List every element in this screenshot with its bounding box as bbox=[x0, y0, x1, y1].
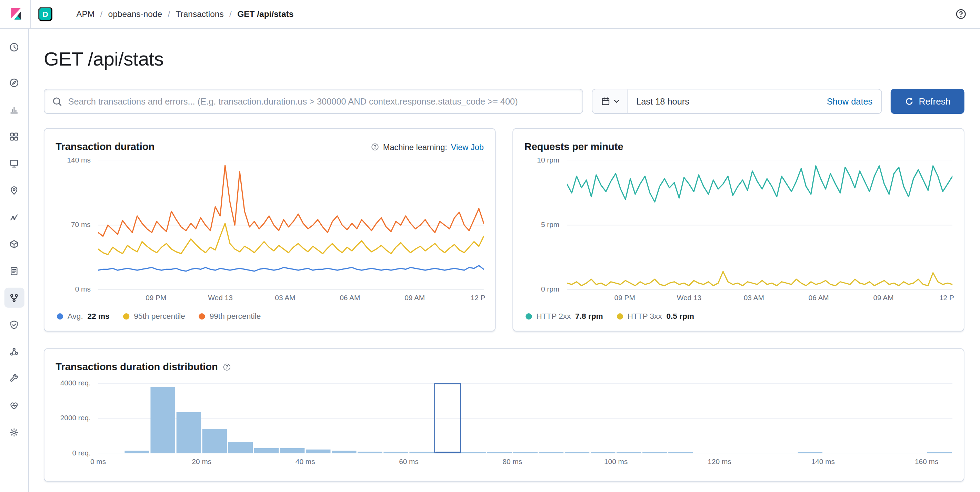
histogram-bar[interactable] bbox=[461, 452, 485, 453]
histogram-bar[interactable] bbox=[565, 452, 589, 453]
duration-distribution-chart[interactable]: 0 req.2000 req.4000 req.0 ms20 ms40 ms60… bbox=[56, 383, 952, 471]
x-axis-label: 09 PM bbox=[146, 294, 166, 301]
transaction-duration-plot[interactable] bbox=[98, 161, 484, 290]
histogram-bar[interactable] bbox=[254, 448, 278, 453]
legend-item-avg-[interactable]: Avg.22 ms bbox=[57, 312, 110, 320]
histogram-bar[interactable] bbox=[539, 452, 563, 453]
sidebar-item-dev-tools[interactable] bbox=[4, 368, 24, 389]
x-axis-label: 80 ms bbox=[503, 458, 522, 465]
x-axis-label: 40 ms bbox=[296, 458, 315, 465]
histogram-bar[interactable] bbox=[280, 448, 304, 453]
search-input[interactable] bbox=[68, 96, 575, 106]
histogram-bar[interactable] bbox=[513, 452, 538, 453]
histogram-bar[interactable] bbox=[150, 387, 175, 453]
legend-dot bbox=[123, 313, 130, 320]
histogram-bar[interactable] bbox=[409, 452, 434, 454]
time-range-value[interactable]: Last 18 hours bbox=[628, 96, 818, 106]
compass-icon bbox=[9, 77, 19, 88]
histogram-bar[interactable] bbox=[668, 452, 693, 453]
topbar-divider bbox=[30, 0, 31, 28]
legend-label: Avg. bbox=[68, 312, 83, 320]
series-line-http-2xx bbox=[567, 166, 952, 202]
x-axis-label: 06 AM bbox=[340, 294, 360, 301]
show-dates-button[interactable]: Show dates bbox=[818, 96, 881, 106]
canvas-icon bbox=[9, 158, 19, 169]
histogram-bar[interactable] bbox=[487, 452, 512, 453]
sidebar-item-canvas[interactable] bbox=[4, 153, 24, 173]
transactions-duration-distribution-plot[interactable] bbox=[98, 383, 953, 453]
legend-value: 7.8 rpm bbox=[575, 312, 603, 320]
question-circle-icon[interactable] bbox=[371, 142, 379, 151]
legend-label: HTTP 2xx bbox=[536, 312, 571, 320]
space-badge[interactable]: D bbox=[38, 7, 53, 21]
breadcrumb-transactions[interactable]: Transactions bbox=[162, 9, 224, 19]
date-picker: Last 18 hours Show dates bbox=[592, 89, 882, 114]
sidebar-item-machine-learning[interactable] bbox=[4, 207, 24, 227]
requests-per-minute-chart[interactable]: 0 rpm5 rpm10 rpm09 PMWed 1303 AM06 AM09 … bbox=[525, 161, 953, 306]
sidebar-item-maps[interactable] bbox=[4, 180, 24, 200]
sidebar-item-logs[interactable] bbox=[4, 261, 24, 281]
breadcrumb-service[interactable]: opbeans-node bbox=[94, 9, 162, 19]
refresh-icon bbox=[904, 97, 914, 106]
left-nav bbox=[0, 29, 29, 492]
histogram-bar[interactable] bbox=[927, 452, 952, 453]
y-axis-label: 140 ms bbox=[56, 156, 91, 164]
calendar-menu-button[interactable] bbox=[592, 89, 628, 113]
calendar-icon bbox=[600, 96, 610, 106]
sidebar-item-management[interactable] bbox=[4, 422, 24, 442]
breadcrumb-apm[interactable]: APM bbox=[76, 9, 94, 19]
refresh-label: Refresh bbox=[919, 96, 951, 106]
series-line-avg- bbox=[98, 266, 484, 271]
x-axis-label: 12 P bbox=[471, 294, 485, 301]
top-bar: D APM opbeans-node Transactions GET /api… bbox=[0, 0, 980, 29]
clock-icon bbox=[9, 42, 19, 53]
view-job-link[interactable]: View Job bbox=[451, 142, 484, 151]
legend-value: 22 ms bbox=[87, 312, 109, 320]
histogram-bar[interactable] bbox=[591, 452, 615, 453]
apm-icon bbox=[9, 292, 19, 303]
x-axis-label: 03 AM bbox=[275, 294, 295, 301]
sidebar-item-apm[interactable] bbox=[4, 288, 24, 308]
histogram-bar[interactable] bbox=[798, 452, 822, 453]
sidebar-item-graph[interactable] bbox=[4, 342, 24, 361]
histogram-bar[interactable] bbox=[383, 452, 408, 454]
sidebar-item-monitoring[interactable] bbox=[4, 395, 24, 416]
legend-label: 95th percentile bbox=[134, 312, 185, 320]
transaction-duration-chart[interactable]: 0 ms70 ms140 ms09 PMWed 1303 AM06 AM09 A… bbox=[56, 161, 484, 306]
panel-title: Requests per minute bbox=[525, 142, 624, 153]
histogram-bar[interactable] bbox=[332, 451, 356, 453]
x-axis-label: 160 ms bbox=[915, 458, 938, 465]
histogram-bar[interactable] bbox=[306, 449, 330, 453]
histogram-bar[interactable] bbox=[617, 452, 641, 453]
requests-per-minute-plot[interactable] bbox=[567, 161, 952, 290]
y-axis-label: 4000 req. bbox=[56, 379, 91, 387]
legend-item-http-3xx[interactable]: HTTP 3xx0.5 rpm bbox=[617, 312, 694, 320]
histogram-bar[interactable] bbox=[177, 412, 201, 453]
question-circle-icon[interactable] bbox=[222, 363, 231, 371]
legend-item-99th-percentile[interactable]: 99th percentile bbox=[199, 312, 261, 320]
sidebar-item-discover[interactable] bbox=[4, 72, 24, 92]
x-axis-label: 20 ms bbox=[192, 458, 212, 465]
sidebar-item-visualize[interactable] bbox=[4, 99, 24, 119]
bar-chart-icon bbox=[9, 104, 19, 115]
kibana-app: D APM opbeans-node Transactions GET /api… bbox=[0, 0, 980, 492]
x-axis-label: 100 ms bbox=[604, 458, 628, 465]
sidebar-item-infrastructure[interactable] bbox=[4, 234, 24, 254]
histogram-bar[interactable] bbox=[124, 451, 149, 453]
x-axis-label: 60 ms bbox=[399, 458, 418, 465]
sidebar-item-uptime[interactable] bbox=[4, 315, 24, 335]
histogram-bar[interactable] bbox=[202, 429, 227, 453]
histogram-bar[interactable] bbox=[643, 452, 667, 453]
histogram-bar[interactable] bbox=[228, 442, 253, 453]
legend-value: 0.5 rpm bbox=[666, 312, 694, 320]
sidebar-item-dashboard[interactable] bbox=[4, 126, 24, 146]
histogram-bar[interactable] bbox=[358, 452, 382, 453]
transaction-duration-panel: Transaction duration Machine learning: V… bbox=[44, 128, 496, 331]
help-button[interactable] bbox=[951, 5, 970, 24]
sidebar-item-recently-viewed[interactable] bbox=[4, 37, 24, 57]
kibana-logo-icon bbox=[8, 7, 23, 21]
legend-item-95th-percentile[interactable]: 95th percentile bbox=[123, 312, 185, 320]
legend-item-http-2xx[interactable]: HTTP 2xx7.8 rpm bbox=[525, 312, 603, 320]
kibana-logo[interactable] bbox=[8, 4, 24, 24]
refresh-button[interactable]: Refresh bbox=[891, 89, 964, 114]
